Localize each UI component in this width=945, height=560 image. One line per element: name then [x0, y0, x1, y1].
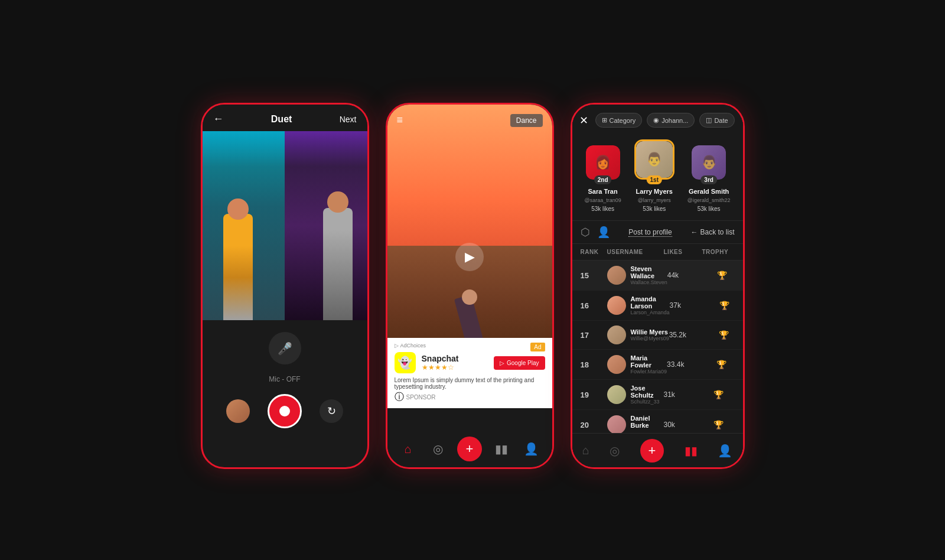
podium-avatar-1st[interactable]: 👨 1st: [634, 139, 674, 180]
duet-video-right: [285, 131, 367, 320]
duet-video-left: [203, 131, 285, 320]
podium-handle-2nd: @saraa_tran09: [585, 197, 621, 203]
row-trophy: 🏆: [702, 420, 735, 429]
close-button[interactable]: ✕: [579, 114, 588, 127]
row-rank: 19: [581, 390, 607, 399]
podium-avatar-3rd[interactable]: 👨 3rd: [692, 145, 726, 180]
row-likes: 37k: [670, 301, 708, 310]
row-handle: Larson_Amanda: [631, 310, 670, 315]
row-handle: Fowler.Maria09: [631, 369, 667, 375]
user-avatar[interactable]: [226, 399, 250, 423]
row-username: Amanda Larson: [631, 295, 670, 310]
nav-add-button[interactable]: +: [457, 437, 482, 461]
back-arrow-icon[interactable]: ←: [213, 113, 224, 125]
filter-icon[interactable]: ≡: [397, 114, 403, 126]
mic-icon: 🎤: [278, 341, 292, 356]
table-row[interactable]: 19 Jose Schultz Schultzz_33 31k 🏆: [572, 380, 743, 410]
podium-likes-2nd: 53k likes: [591, 206, 614, 212]
action-left: ⬡ 👤: [581, 226, 610, 239]
row-rank: 20: [581, 421, 607, 429]
table-row[interactable]: 17 Willie Myers Willie@Myers09 35.2k 🏆: [572, 321, 743, 350]
row-handle: Schultzz_33: [631, 399, 664, 405]
nav-home-icon[interactable]: ⌂: [582, 444, 589, 457]
nav-profile-icon[interactable]: 👤: [718, 444, 732, 458]
record-button[interactable]: [268, 394, 302, 428]
row-username: Willie Myers: [631, 328, 669, 336]
row-rank: 15: [581, 271, 607, 280]
sponsor-row: ⓘ SPONSOR: [395, 391, 545, 403]
podium-avatar-2nd[interactable]: 👩 2nd: [586, 145, 620, 180]
ad-text: Lorem Ipsum is simply dummy text of the …: [395, 377, 545, 390]
nav-add-button[interactable]: +: [640, 439, 664, 463]
row-rank: 18: [581, 360, 607, 369]
nav-profile-icon[interactable]: 👤: [520, 438, 542, 460]
podium-handle-1st: @larry_myers: [638, 197, 671, 203]
row-avatar: [607, 296, 626, 315]
filter-category[interactable]: ⊞Category: [595, 113, 643, 128]
filter-location-label: Johann...: [662, 117, 688, 124]
row-handle: Wallace.Steven: [631, 279, 667, 285]
phone-leaderboard: ✕ ⊞Category ◉Johann... ◫Date 🔖: [571, 103, 745, 469]
flip-camera-button[interactable]: ↻: [320, 399, 343, 423]
filter-date[interactable]: ◫Date: [699, 113, 734, 128]
next-button[interactable]: Next: [340, 115, 357, 124]
user-icon[interactable]: 👤: [597, 226, 610, 239]
nav-explore-icon[interactable]: ◎: [610, 444, 620, 458]
filter-location[interactable]: ◉Johann...: [647, 113, 695, 128]
google-play-button[interactable]: ▷ Google Play: [494, 356, 545, 370]
podium-likes-3rd: 53k likes: [698, 206, 721, 212]
nav-explore-icon[interactable]: ◎: [427, 438, 448, 460]
app-stars: ★★★★☆: [422, 363, 488, 372]
duet-header: ← Duet Next: [203, 105, 367, 131]
row-user: Steven Wallace Wallace.Steven: [607, 265, 667, 285]
row-handle: ...: [631, 429, 664, 433]
back-to-list-button[interactable]: ← Back to list: [690, 228, 734, 236]
rank-badge-1st: 1st: [647, 175, 662, 184]
row-user: Maria Fowler Fowler.Maria09: [607, 354, 667, 375]
row-username: Maria Fowler: [631, 354, 667, 369]
col-rank: RANK: [581, 249, 607, 255]
row-trophy: 🏆: [705, 360, 738, 369]
row-username: Steven Wallace: [631, 265, 667, 279]
bookmark-icon[interactable]: 🔖: [739, 114, 745, 127]
app-name: Snapchat: [422, 354, 488, 363]
nav-bars-icon[interactable]: ▮▮: [685, 444, 698, 458]
play-button[interactable]: ▶: [455, 243, 484, 271]
table-row[interactable]: 18 Maria Fowler Fowler.Maria09 33.4k 🏆: [572, 350, 743, 380]
row-user-info: Amanda Larson Larson_Amanda: [631, 295, 670, 315]
table-row[interactable]: 15 Steven Wallace Wallace.Steven 44k 🏆: [572, 261, 743, 291]
row-handle: Willie@Myers09: [631, 336, 669, 341]
phone-video: ≡ Dance ▶ Ad ▷ AdChoices 👻 Snapchat ★★★★…: [386, 103, 554, 469]
flip-icon: ↻: [327, 405, 336, 418]
row-rank: 17: [581, 331, 607, 340]
post-to-profile-button[interactable]: Post to profile: [628, 228, 672, 237]
row-likes: 35.2k: [669, 331, 708, 339]
ad-banner: Ad ▷ AdChoices 👻 Snapchat ★★★★☆ ▷ Google…: [387, 338, 552, 408]
leaderboard-actions: ⬡ 👤 Post to profile ← Back to list: [572, 220, 743, 244]
row-avatar: [607, 325, 626, 344]
table-row[interactable]: 20 Daniel Burke ... 30k 🏆: [572, 410, 743, 433]
nav-home-icon[interactable]: ⌂: [397, 438, 419, 460]
share-icon[interactable]: ⬡: [581, 226, 590, 239]
nav-chart-icon[interactable]: ▮▮: [491, 438, 512, 460]
ad-app-row: 👻 Snapchat ★★★★☆ ▷ Google Play: [395, 352, 545, 373]
podium-section: 👩 2nd Sara Tran @saraa_tran09 53k likes: [572, 134, 743, 220]
google-play-label: Google Play: [507, 360, 539, 366]
table-row[interactable]: 16 Amanda Larson Larson_Amanda 37k 🏆: [572, 291, 743, 321]
row-avatar: [607, 415, 626, 433]
table-header: RANK USERNAME LIKES TROPHY: [572, 244, 743, 261]
row-trophy: 🏆: [706, 271, 738, 280]
leaderboard-header: ✕ ⊞Category ◉Johann... ◫Date 🔖: [572, 105, 743, 134]
podium-likes-1st: 53k likes: [643, 206, 666, 212]
filter-date-label: Date: [714, 117, 728, 124]
row-user: Amanda Larson Larson_Amanda: [607, 295, 670, 315]
rank-badge-3rd: 3rd: [700, 175, 717, 184]
row-likes: 33.4k: [667, 360, 705, 369]
row-trophy: 🏆: [702, 390, 735, 399]
mic-button[interactable]: 🎤: [269, 332, 301, 364]
row-user-info: Steven Wallace Wallace.Steven: [631, 265, 667, 285]
bottom-nav: ⌂ ◎ + ▮▮ 👤: [387, 431, 552, 467]
col-trophy: TROPHY: [702, 249, 735, 255]
ad-choices-label: ▷ AdChoices: [395, 343, 545, 349]
mic-label: Mic - OFF: [269, 375, 300, 383]
